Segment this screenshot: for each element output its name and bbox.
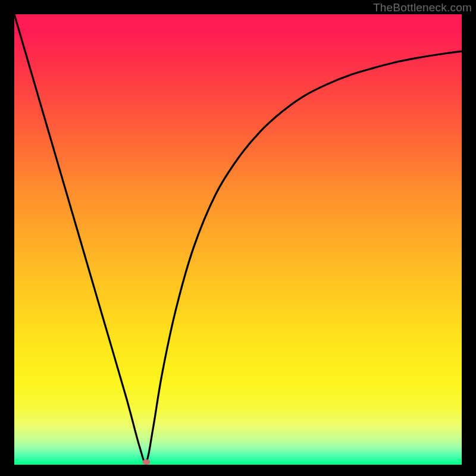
watermark-label: TheBottleneck.com xyxy=(373,1,472,14)
bottleneck-curve xyxy=(14,14,462,463)
chart-frame: TheBottleneck.com xyxy=(0,0,476,476)
curve-layer xyxy=(14,14,462,465)
minimum-marker-icon xyxy=(142,459,150,465)
plot-area xyxy=(14,14,462,465)
